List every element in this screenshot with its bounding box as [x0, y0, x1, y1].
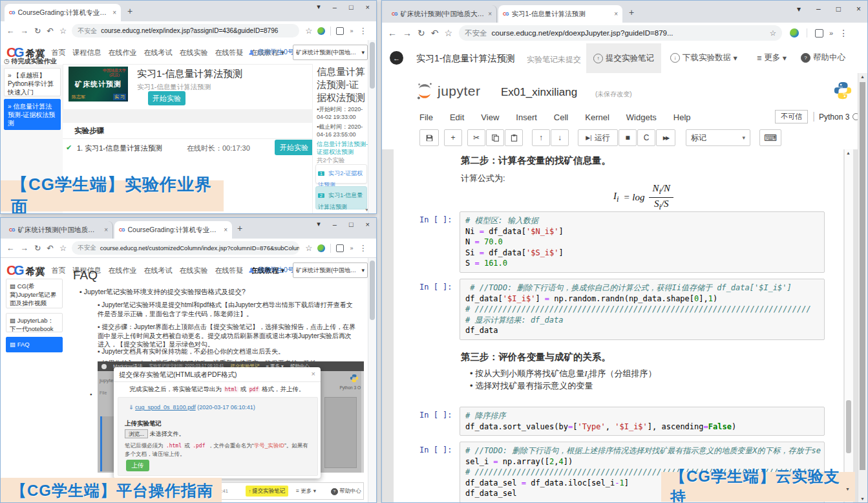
- nav-exam[interactable]: 在线考试: [144, 48, 173, 58]
- scroll-up-icon[interactable]: ▲: [860, 74, 865, 79]
- collapse-icon[interactable]: »: [350, 245, 353, 252]
- bookmark-star-icon[interactable]: ☆: [444, 28, 452, 38]
- menu-widgets[interactable]: Widgets: [626, 112, 657, 122]
- trust-status[interactable]: 不可信: [775, 110, 808, 123]
- restart-run-all-button[interactable]: ▶▶: [656, 129, 675, 146]
- paste-cell-button[interactable]: [505, 129, 523, 146]
- maximize-button[interactable]: □: [349, 220, 354, 228]
- bookmark-star-icon[interactable]: ☆: [59, 26, 67, 36]
- nav-exam[interactable]: 在线考试: [144, 266, 173, 275]
- tab-search-icon[interactable]: ▾: [317, 3, 321, 11]
- back-icon[interactable]: ←: [6, 27, 15, 36]
- notebook-scrollbar[interactable]: ▲: [844, 149, 853, 502]
- scrollbar-thumb[interactable]: [370, 42, 375, 89]
- reload-icon[interactable]: ↻: [34, 26, 41, 36]
- scroll-down-icon[interactable]: ▼: [845, 487, 850, 491]
- scrollbar-thumb[interactable]: [860, 82, 865, 470]
- idm-globe-icon[interactable]: [790, 28, 799, 37]
- sidebar-item-python-course[interactable]: » 【卓越班】Python科学计算快速入门: [4, 68, 61, 96]
- experiment-card-2[interactable]: 1 实习2-证据权法预测: [315, 164, 367, 184]
- sidebar-item-info-quantity[interactable]: » 信息量计算法预测-证据权法预测: [4, 99, 61, 130]
- markdown-step2-title[interactable]: 第二步：计算各变量的找矿信息量。: [461, 155, 611, 167]
- tab-close-icon[interactable]: ×: [109, 9, 116, 16]
- browser-tab-inactive[interactable]: CG 矿床统计预测(中国地质大学) (武 ×: [5, 221, 113, 239]
- maximize-button[interactable]: □: [836, 5, 841, 14]
- close-button[interactable]: ×: [366, 3, 370, 11]
- tab-close-icon[interactable]: ×: [220, 226, 228, 233]
- chrome-menu-icon[interactable]: ⋮: [359, 26, 367, 36]
- nav-qa[interactable]: 在线答疑: [215, 266, 244, 275]
- experiment-card-1-active[interactable]: 2 实习1-信息量计算法预测: [315, 186, 367, 209]
- extension-icon[interactable]: [336, 244, 344, 252]
- extension-icon[interactable]: [336, 27, 344, 35]
- nav-homework[interactable]: 在线作业: [109, 48, 137, 58]
- reload-icon[interactable]: ↻: [418, 28, 425, 38]
- panel-link[interactable]: 信息量计算法预测-证据权法预测: [317, 140, 368, 155]
- nav-home[interactable]: 首页: [52, 48, 66, 58]
- markdown-step3-title[interactable]: 第三步：评价各变量与成矿的关系。: [461, 351, 611, 363]
- bookmark-star-icon[interactable]: ☆: [59, 243, 67, 253]
- jupyter-logo-icon[interactable]: [416, 82, 434, 100]
- new-tab-button[interactable]: +: [127, 6, 132, 16]
- upload-button[interactable]: 上传: [126, 460, 149, 471]
- copy-cell-button[interactable]: [486, 129, 504, 146]
- back-icon[interactable]: ←: [388, 28, 397, 38]
- chrome-menu-icon[interactable]: ⋮: [839, 28, 848, 38]
- scrollbar-thumb[interactable]: [370, 261, 375, 320]
- user-menu[interactable]: 虚拟学生0号▾: [248, 48, 300, 57]
- cg-logo[interactable]: C G 希冀: [6, 262, 45, 278]
- star-icon[interactable]: ☆: [305, 26, 312, 36]
- tab-search-icon[interactable]: ▾: [797, 5, 801, 14]
- back-icon[interactable]: ←: [6, 244, 15, 253]
- sidebar-item-video[interactable]: ▤ CG(希冀)Jupyter笔记界面及操作视频: [6, 279, 63, 308]
- forward-icon[interactable]: →: [21, 27, 29, 36]
- page-scrollbar[interactable]: [368, 258, 376, 502]
- modal-close-icon[interactable]: ×: [312, 370, 315, 378]
- user-menu[interactable]: 虚拟学生0号▾: [248, 266, 300, 275]
- submit-notebook-tab[interactable]: ↑ 提交实验笔记: [586, 43, 661, 73]
- menu-cell[interactable]: Cell: [554, 112, 568, 122]
- forward-icon[interactable]: →: [21, 244, 29, 253]
- nav-experiment[interactable]: 在线实验: [180, 266, 208, 275]
- jupyter-wordmark[interactable]: jupyter: [438, 83, 481, 99]
- command-palette-button[interactable]: ⌨: [759, 129, 781, 146]
- scroll-down-icon[interactable]: ▼: [860, 497, 865, 501]
- chrome-menu-icon[interactable]: ⋮: [359, 243, 367, 253]
- uploaded-file-link[interactable]: ⇓ cug_spod_0s_8100.pdf (2020-03-17 06:10…: [129, 404, 255, 411]
- close-button[interactable]: ×: [366, 220, 370, 228]
- idm-globe-icon[interactable]: [317, 27, 325, 35]
- close-button[interactable]: ×: [856, 5, 861, 14]
- cell-type-select[interactable]: 标记 ▾: [686, 129, 750, 146]
- star-icon[interactable]: ☆: [770, 28, 776, 37]
- code-cell-1[interactable]: # 模型区: 输入数据Ni = df_data['$N_i$']N = 70.0…: [460, 211, 825, 273]
- tab-close-icon[interactable]: ×: [100, 226, 108, 233]
- minimize-button[interactable]: –: [333, 220, 337, 228]
- sidebar-item-jupyterlab[interactable]: ▤ JupyterLab：下一代notebook: [6, 313, 63, 332]
- collapse-icon[interactable]: »: [829, 29, 833, 37]
- history-icon[interactable]: ↶: [47, 243, 53, 253]
- add-cell-button[interactable]: +: [444, 129, 462, 146]
- menu-view[interactable]: View: [481, 112, 499, 122]
- help-center-link[interactable]: ? 帮助中心: [801, 52, 845, 63]
- interrupt-kernel-button[interactable]: ■: [619, 129, 637, 146]
- forward-icon[interactable]: →: [403, 28, 412, 38]
- save-button[interactable]: [419, 129, 439, 146]
- restart-kernel-button[interactable]: C: [637, 129, 655, 146]
- page-scrollbar[interactable]: [368, 40, 376, 213]
- tab-search-icon[interactable]: ▾: [317, 220, 321, 228]
- course-select[interactable]: 矿床统计预测(中国地质大学)（武汉） ▾: [293, 45, 368, 60]
- extension-icon[interactable]: [815, 29, 823, 37]
- browser-scrollbar[interactable]: ▲ ▼: [858, 73, 867, 502]
- tab-close-icon[interactable]: ×: [610, 10, 618, 17]
- tab-close-icon[interactable]: ×: [484, 10, 492, 17]
- start-experiment-button-2[interactable]: 开始实验: [275, 140, 313, 155]
- menu-help[interactable]: Help: [673, 112, 691, 122]
- move-up-button[interactable]: ↑: [532, 129, 550, 146]
- nav-qa[interactable]: 在线答疑: [215, 48, 244, 58]
- browser-tab-active[interactable]: CG CourseGrading:计算机专业课程 ×: [5, 4, 121, 21]
- menu-file[interactable]: File: [419, 112, 433, 122]
- nav-home[interactable]: 首页: [52, 266, 66, 275]
- idm-globe-icon[interactable]: [317, 244, 325, 252]
- maximize-button[interactable]: □: [349, 3, 354, 11]
- download-data-menu[interactable]: ↓ 下载实验数据 ▾: [670, 52, 737, 63]
